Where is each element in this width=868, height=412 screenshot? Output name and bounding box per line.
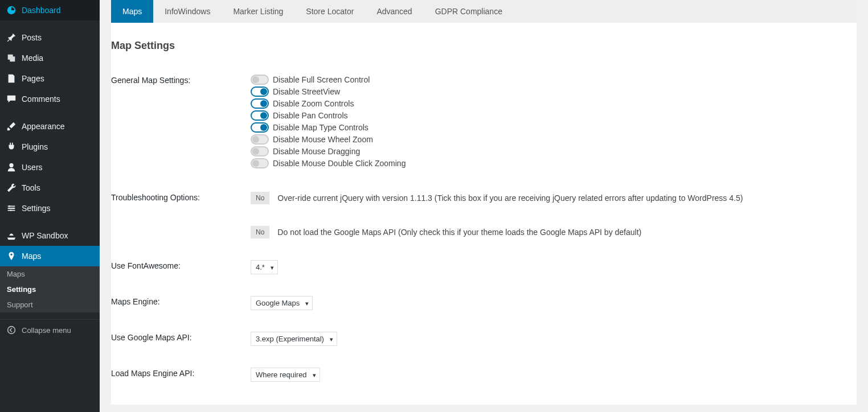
toggle-switch[interactable] [251, 158, 269, 168]
maps-icon [6, 250, 17, 262]
sidebar-item-label: Appearance [22, 122, 65, 131]
toggle-label: Disable Mouse Dragging [273, 147, 360, 156]
plug-icon [6, 141, 17, 153]
tab-advanced[interactable]: Advanced [365, 0, 423, 23]
pages-icon [6, 73, 17, 84]
sidebar-item-label: Dashboard [22, 6, 61, 15]
row-noload-api: No Do not load the Google Maps API (Only… [111, 220, 857, 244]
toggle-switch[interactable] [251, 146, 269, 156]
collapse-label: Collapse menu [22, 326, 71, 335]
collapse-icon [6, 324, 17, 336]
toggle-switch[interactable] [251, 110, 269, 121]
tab-maps[interactable]: Maps [111, 0, 153, 23]
noload-api-toggle[interactable]: No [251, 226, 269, 238]
fontawesome-select[interactable]: 4.* [251, 260, 278, 274]
comments-icon [6, 93, 17, 105]
toggle-switch[interactable] [251, 86, 269, 97]
toggle-label: Disable Map Type Controls [273, 123, 369, 132]
troubleshoot-label: Troubleshooting Options: [111, 192, 251, 202]
sidebar-item-appearance[interactable]: Appearance [0, 116, 100, 137]
sidebar-item-pages[interactable]: Pages [0, 68, 100, 89]
media-icon [6, 52, 17, 64]
sidebar-item-tools[interactable]: Tools [0, 178, 100, 198]
general-label: General Map Settings: [111, 75, 251, 85]
sidebar-item-users[interactable]: Users [0, 157, 100, 178]
toggle-row: Disable Zoom Controls [251, 98, 857, 109]
toggle-switch[interactable] [251, 75, 269, 85]
svg-point-1 [13, 208, 14, 209]
sidebar-item-comments[interactable]: Comments [0, 89, 100, 109]
svg-point-3 [8, 327, 15, 334]
tab-marker-listing[interactable]: Marker Listing [222, 0, 294, 23]
row-google-api: Use Google Maps API: 3.exp (Experimental… [111, 326, 857, 352]
toggle-switch[interactable] [251, 122, 269, 133]
row-general-map: General Map Settings: Disable Full Scree… [111, 69, 857, 176]
toggle-row: Disable Mouse Dragging [251, 146, 857, 156]
toggle-switch[interactable] [251, 98, 269, 109]
collapse-menu[interactable]: Collapse menu [0, 319, 100, 340]
sidebar-item-label: Pages [22, 74, 44, 83]
sidebar-item-wp-sandbox[interactable]: WP Sandbox [0, 225, 100, 246]
override-jquery-toggle[interactable]: No [251, 192, 269, 204]
sidebar-item-posts[interactable]: Posts [0, 27, 100, 48]
pin-icon [6, 32, 17, 43]
sidebar-item-label: Posts [22, 33, 42, 42]
dashboard-icon [6, 5, 17, 16]
maps-engine-label: Maps Engine: [111, 296, 251, 306]
sidebar-item-label: Tools [22, 183, 40, 192]
google-api-label: Use Google Maps API: [111, 332, 251, 342]
submenu-item-settings[interactable]: Settings [0, 282, 100, 297]
sidebar-item-maps[interactable]: Maps [0, 246, 100, 266]
sidebar-item-settings[interactable]: Settings [0, 198, 100, 219]
maps-engine-select[interactable]: Google Maps [251, 296, 313, 310]
admin-sidebar: Dashboard Posts Media Pages Comments App… [0, 0, 100, 412]
row-maps-engine: Maps Engine: Google Maps [111, 290, 857, 316]
tab-store-locator[interactable]: Store Locator [294, 0, 365, 23]
svg-point-0 [9, 205, 10, 207]
sidebar-item-label: Maps [22, 252, 41, 261]
sidebar-item-dashboard[interactable]: Dashboard [0, 0, 100, 20]
tab-infowindows[interactable]: InfoWindows [153, 0, 222, 23]
wrench-icon [6, 182, 17, 193]
load-engine-label: Load Maps Engine API: [111, 368, 251, 378]
row-troubleshoot: Troubleshooting Options: No Over-ride cu… [111, 186, 857, 210]
toggle-label: Disable Mouse Double Click Zooming [273, 159, 406, 168]
settings-tabs: Maps InfoWindows Marker Listing Store Lo… [111, 0, 857, 23]
google-api-select[interactable]: 3.exp (Experimental) [251, 332, 337, 346]
toggle-row: Disable Map Type Controls [251, 122, 857, 133]
settings-icon [6, 203, 17, 214]
svg-point-2 [10, 209, 12, 211]
toggle-row: Disable Mouse Double Click Zooming [251, 158, 857, 168]
brush-icon [6, 121, 17, 132]
toggle-label: Disable Pan Controls [273, 111, 348, 120]
submenu-item-maps[interactable]: Maps [0, 266, 100, 282]
load-engine-select[interactable]: Where required [251, 368, 320, 382]
toggle-row: Disable Full Screen Control [251, 75, 857, 85]
main-content: Maps InfoWindows Marker Listing Store Lo… [100, 0, 868, 412]
sidebar-item-label: Media [22, 53, 43, 63]
sandbox-icon [6, 230, 17, 241]
tab-gdpr[interactable]: GDPR Compliance [424, 0, 514, 23]
sidebar-item-plugins[interactable]: Plugins [0, 137, 100, 157]
settings-panel: Map Settings General Map Settings: Disab… [111, 23, 857, 405]
sidebar-submenu: Maps Settings Support [0, 266, 100, 312]
submenu-item-support[interactable]: Support [0, 297, 100, 312]
toggle-row: Disable StreetView [251, 86, 857, 97]
sidebar-item-media[interactable]: Media [0, 48, 100, 68]
toggle-switch[interactable] [251, 134, 269, 145]
noload-api-desc: Do not load the Google Maps API (Only ch… [277, 228, 641, 237]
sidebar-item-label: Plugins [22, 142, 48, 151]
sidebar-item-label: Settings [22, 204, 51, 213]
override-jquery-desc: Over-ride current jQuery with version 1.… [277, 193, 743, 203]
row-load-engine: Load Maps Engine API: Where required [111, 362, 857, 388]
sidebar-item-label: Users [22, 163, 43, 172]
toggle-row: Disable Mouse Wheel Zoom [251, 134, 857, 145]
toggle-label: Disable Zoom Controls [273, 99, 354, 108]
toggle-row: Disable Pan Controls [251, 110, 857, 121]
row-fontawesome: Use FontAwesome: 4.* [111, 254, 857, 280]
fontawesome-label: Use FontAwesome: [111, 260, 251, 270]
sidebar-item-label: Comments [22, 94, 60, 104]
toggle-label: Disable Mouse Wheel Zoom [273, 135, 373, 144]
sidebar-item-label: WP Sandbox [22, 231, 68, 240]
user-icon [6, 162, 17, 173]
